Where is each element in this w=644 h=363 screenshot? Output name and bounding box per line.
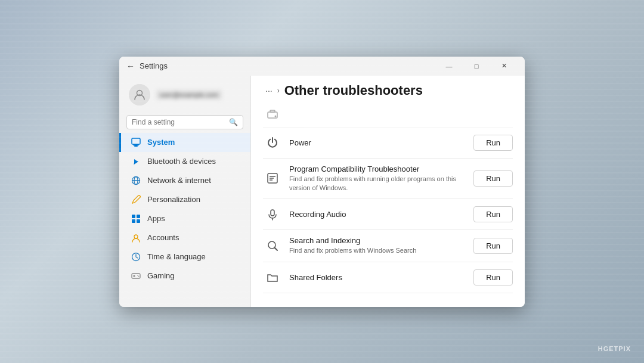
sidebar-item-personalization[interactable]: Personalization	[119, 190, 250, 209]
sidebar-item-apps[interactable]: Apps	[119, 209, 250, 228]
network-icon	[131, 175, 141, 186]
svg-rect-2	[134, 145, 138, 147]
sidebar-item-label-time: Time & language	[147, 252, 206, 261]
svg-rect-19	[268, 112, 277, 118]
troubleshooter-item-program-compatibility: Program Compatibility TroubleshooterFind…	[263, 159, 513, 200]
sidebar-item-network[interactable]: Network & internet	[119, 171, 250, 190]
power-title: Power	[289, 138, 466, 147]
shared-folders-text: Shared Folders	[282, 273, 473, 282]
svg-line-29	[275, 248, 278, 251]
settings-window: ← Settings — □ ✕ user@example.com	[119, 57, 525, 307]
sidebar-item-label-gaming: Gaming	[147, 271, 175, 280]
sidebar-item-accounts[interactable]: Accounts	[119, 228, 250, 247]
breadcrumb-dots[interactable]: ···	[265, 86, 273, 95]
sidebar-item-label-bluetooth: Bluetooth & devices	[147, 157, 216, 166]
user-email: user@example.com	[156, 90, 222, 100]
troubleshooter-list: PowerRunProgram Compatibility Troublesho…	[251, 103, 525, 307]
back-button[interactable]: ←	[126, 61, 135, 71]
troubleshooter-item-power: PowerRun	[263, 128, 513, 159]
maximize-button[interactable]: □	[463, 57, 490, 76]
program-compatibility-title: Program Compatibility Troubleshooter	[289, 165, 466, 173]
time-icon	[131, 252, 141, 262]
window-title: Settings	[140, 61, 168, 70]
troubleshooter-item-recording-audio: Recording AudioRun	[263, 199, 513, 230]
svg-rect-8	[137, 215, 140, 218]
search-indexing-text: Search and IndexingFind and fix problems…	[282, 236, 473, 255]
power-icon	[263, 136, 282, 148]
window-controls: — □ ✕	[435, 57, 518, 76]
recording-audio-title: Recording Audio	[289, 210, 466, 219]
program-compatibility-icon	[263, 172, 282, 184]
sidebar-item-label-network: Network & internet	[147, 176, 211, 185]
close-button[interactable]: ✕	[490, 57, 518, 76]
gaming-icon	[131, 271, 141, 281]
troubleshooter-item-search-indexing: Search and IndexingFind and fix problems…	[263, 230, 513, 262]
page-title: Other troubleshooters	[284, 83, 423, 98]
search-input[interactable]	[132, 118, 225, 126]
sidebar: user@example.com 🔍 SystemBluetooth & dev…	[119, 76, 250, 307]
accounts-icon	[131, 232, 141, 243]
search-indexing-run-button[interactable]: Run	[473, 238, 513, 254]
svg-rect-20	[270, 110, 275, 112]
svg-point-18	[138, 275, 140, 277]
partial-icon	[263, 109, 282, 121]
watermark: HGETPIX	[598, 345, 631, 352]
search-indexing-icon	[263, 240, 282, 252]
avatar	[129, 84, 150, 106]
troubleshooter-item-shared-folders: Shared FoldersRun	[263, 262, 513, 293]
bluetooth-icon	[131, 156, 141, 167]
program-compatibility-run-button[interactable]: Run	[473, 170, 513, 187]
sidebar-item-label-system: System	[147, 138, 175, 147]
sidebar-item-time[interactable]: Time & language	[119, 247, 250, 266]
nav-list: SystemBluetooth & devicesNetwork & inter…	[119, 133, 250, 286]
svg-rect-1	[132, 138, 140, 144]
svg-point-21	[275, 115, 277, 117]
shared-folders-title: Shared Folders	[289, 273, 466, 282]
minimize-button[interactable]: —	[435, 57, 463, 76]
sidebar-item-bluetooth[interactable]: Bluetooth & devices	[119, 152, 250, 171]
sidebar-item-label-accounts: Accounts	[147, 233, 179, 242]
search-indexing-desc: Find and fix problems with Windows Searc…	[289, 246, 466, 255]
program-compatibility-desc: Find and fix problems with running older…	[289, 175, 466, 193]
search-icon: 🔍	[229, 118, 238, 126]
sidebar-item-gaming[interactable]: Gaming	[119, 266, 250, 286]
search-box[interactable]: 🔍	[126, 115, 243, 129]
system-icon	[131, 137, 141, 148]
search-indexing-title: Search and Indexing	[289, 236, 466, 245]
power-text: Power	[282, 138, 473, 147]
power-run-button[interactable]: Run	[473, 135, 513, 151]
title-bar: ← Settings — □ ✕	[119, 57, 525, 76]
partial-item	[263, 103, 513, 128]
recording-audio-text: Recording Audio	[282, 210, 473, 219]
svg-point-17	[137, 275, 138, 276]
user-section: user@example.com	[119, 78, 250, 111]
svg-rect-7	[132, 215, 135, 218]
main-content: ··· › Other troubleshooters PowerRunProg…	[250, 76, 525, 307]
main-header: ··· › Other troubleshooters	[251, 76, 525, 103]
svg-rect-9	[132, 219, 135, 223]
svg-point-11	[134, 235, 138, 238]
program-compatibility-text: Program Compatibility TroubleshooterFind…	[282, 165, 473, 193]
shared-folders-run-button[interactable]: Run	[473, 269, 513, 286]
recording-audio-run-button[interactable]: Run	[473, 206, 513, 222]
personalization-icon	[131, 194, 141, 205]
window-content: user@example.com 🔍 SystemBluetooth & dev…	[119, 76, 525, 307]
shared-folders-icon	[263, 271, 282, 283]
sidebar-item-system[interactable]: System	[119, 133, 250, 152]
svg-rect-3	[133, 144, 139, 145]
recording-audio-icon	[263, 209, 282, 221]
sidebar-item-label-personalization: Personalization	[147, 195, 200, 204]
svg-rect-10	[137, 219, 140, 223]
apps-icon	[131, 213, 141, 224]
svg-rect-26	[271, 210, 274, 216]
breadcrumb-chevron: ›	[277, 86, 280, 95]
sidebar-item-label-apps: Apps	[147, 214, 165, 223]
